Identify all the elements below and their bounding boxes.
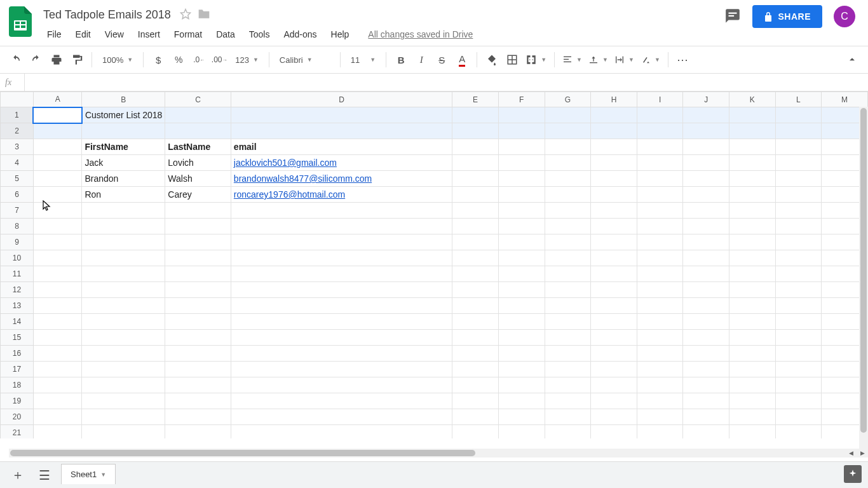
cell[interactable] <box>683 377 729 393</box>
cell[interactable] <box>545 171 591 187</box>
cell[interactable] <box>165 314 231 330</box>
cell[interactable] <box>775 155 822 171</box>
cell[interactable] <box>498 298 545 314</box>
cell[interactable] <box>591 219 637 234</box>
cell[interactable] <box>498 155 545 171</box>
cell[interactable] <box>637 362 683 377</box>
cell[interactable] <box>683 330 729 346</box>
select-all-corner[interactable] <box>1 92 34 107</box>
cell[interactable] <box>637 377 683 393</box>
cell[interactable] <box>33 171 81 187</box>
cell[interactable] <box>82 330 165 346</box>
cell[interactable] <box>82 377 165 393</box>
cell[interactable] <box>729 203 775 219</box>
percent-button[interactable]: % <box>169 50 188 69</box>
cell[interactable] <box>165 123 231 139</box>
cell[interactable] <box>775 425 822 439</box>
row-header[interactable]: 20 <box>1 409 34 425</box>
cell[interactable] <box>683 346 729 362</box>
cell[interactable] <box>545 282 591 298</box>
cell[interactable] <box>637 187 683 203</box>
cell[interactable] <box>33 377 81 393</box>
row-header[interactable]: 7 <box>1 203 34 219</box>
cell[interactable] <box>231 425 452 439</box>
cell[interactable] <box>729 393 775 409</box>
comments-icon[interactable] <box>724 8 741 26</box>
cell[interactable] <box>231 250 452 266</box>
cell[interactable] <box>545 107 591 123</box>
cell[interactable] <box>545 250 591 266</box>
cell[interactable] <box>637 171 683 187</box>
print-button[interactable] <box>47 50 66 69</box>
cell[interactable] <box>637 123 683 139</box>
share-button[interactable]: SHARE <box>752 5 822 28</box>
sheet-tab-caret-icon[interactable]: ▼ <box>100 471 106 478</box>
cell[interactable] <box>82 250 165 266</box>
menu-insert[interactable]: Insert <box>132 27 166 42</box>
cell[interactable]: Jack <box>82 155 165 171</box>
merge-cells-button[interactable]: ▼ <box>523 50 549 69</box>
cell[interactable] <box>729 123 775 139</box>
cell[interactable] <box>231 330 452 346</box>
cell[interactable] <box>33 107 81 123</box>
cell[interactable] <box>452 203 499 219</box>
cell[interactable] <box>452 282 499 298</box>
row-header[interactable]: 17 <box>1 362 34 377</box>
cell[interactable] <box>231 234 452 250</box>
cell[interactable] <box>683 250 729 266</box>
cell[interactable] <box>637 314 683 330</box>
cell[interactable] <box>545 123 591 139</box>
column-header[interactable]: L <box>775 92 822 107</box>
cell[interactable] <box>498 234 545 250</box>
cell[interactable] <box>165 203 231 219</box>
cell[interactable] <box>637 298 683 314</box>
cell[interactable] <box>729 187 775 203</box>
cell[interactable] <box>452 171 499 187</box>
cell[interactable] <box>231 314 452 330</box>
cell[interactable] <box>498 346 545 362</box>
cell[interactable] <box>452 155 499 171</box>
italic-button[interactable]: I <box>412 50 431 69</box>
cell[interactable] <box>591 250 637 266</box>
cell[interactable] <box>33 187 81 203</box>
cell[interactable] <box>231 346 452 362</box>
star-icon[interactable] <box>180 8 191 22</box>
cell[interactable] <box>33 346 81 362</box>
rotate-dropdown[interactable]: ▼ <box>638 50 663 69</box>
cell[interactable] <box>33 314 81 330</box>
cell[interactable] <box>82 282 165 298</box>
cell[interactable] <box>775 171 822 187</box>
cell[interactable] <box>498 314 545 330</box>
cell[interactable] <box>775 123 822 139</box>
row-header[interactable]: 13 <box>1 298 34 314</box>
cell[interactable] <box>591 155 637 171</box>
fill-color-button[interactable] <box>482 50 501 69</box>
cell[interactable] <box>775 250 822 266</box>
cell[interactable] <box>82 123 165 139</box>
formula-input[interactable] <box>24 74 863 91</box>
menu-tools[interactable]: Tools <box>243 27 276 42</box>
cell[interactable] <box>545 330 591 346</box>
cell[interactable] <box>637 282 683 298</box>
cell[interactable] <box>729 171 775 187</box>
cell[interactable] <box>33 298 81 314</box>
row-header[interactable]: 12 <box>1 282 34 298</box>
column-header[interactable]: B <box>82 92 165 107</box>
row-header[interactable]: 18 <box>1 377 34 393</box>
cell[interactable] <box>33 266 81 282</box>
cell[interactable] <box>231 107 452 123</box>
cell[interactable] <box>33 250 81 266</box>
horizontal-scrollbar[interactable] <box>9 449 854 458</box>
cell[interactable] <box>545 203 591 219</box>
cell[interactable] <box>498 409 545 425</box>
cell[interactable] <box>452 250 499 266</box>
cell[interactable] <box>591 362 637 377</box>
folder-icon[interactable] <box>198 8 210 22</box>
text-color-button[interactable]: A <box>452 50 471 69</box>
cell[interactable] <box>729 107 775 123</box>
cell[interactable] <box>452 219 499 234</box>
vertical-scrollbar[interactable] <box>859 107 868 449</box>
cell[interactable] <box>775 203 822 219</box>
cell[interactable] <box>683 282 729 298</box>
column-header[interactable]: D <box>231 92 452 107</box>
